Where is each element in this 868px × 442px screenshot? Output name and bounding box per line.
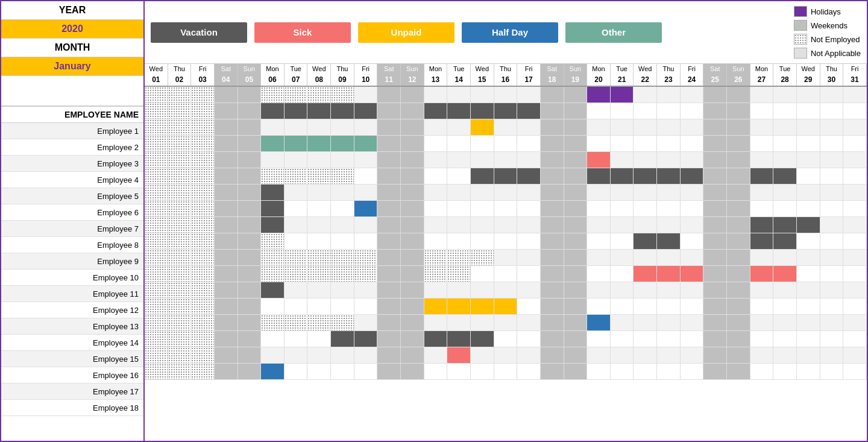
calendar-cell	[541, 185, 564, 200]
calendar-cell	[820, 347, 844, 363]
calendar-cell	[447, 298, 471, 314]
calendar-cell	[517, 168, 541, 184]
calendar-cell	[773, 331, 797, 347]
day-headers-row: WedThuFriSatSunMonTueWedThuFriSatSunMonT…	[145, 64, 867, 74]
employee-name-item: Employee 2	[1, 139, 143, 156]
calendar-cell	[401, 87, 424, 103]
calendar-row	[145, 136, 867, 152]
calendar-cell	[191, 233, 215, 249]
calendar-cell	[471, 364, 494, 379]
calendar-cell	[145, 119, 168, 135]
calendar-cell	[797, 201, 820, 216]
calendar-cell	[797, 282, 820, 298]
calendar-cell	[471, 331, 494, 347]
calendar-cell	[750, 364, 774, 379]
calendar-cell	[703, 233, 727, 249]
calendar-cell	[331, 315, 354, 330]
calendar-cell	[447, 315, 471, 330]
calendar-cell	[471, 298, 494, 314]
calendar-cell	[820, 103, 844, 119]
day-number: 20	[587, 74, 611, 86]
calendar-cell	[727, 103, 750, 119]
day-number: 24	[681, 74, 704, 86]
calendar-cell	[843, 185, 867, 200]
calendar-cell	[401, 347, 424, 363]
calendar-cell	[750, 168, 774, 184]
calendar-cell	[611, 347, 634, 363]
calendar-cell	[215, 364, 238, 379]
calendar-cell	[820, 136, 844, 151]
calendar-cell	[238, 136, 262, 151]
calendar-cell	[145, 347, 168, 363]
calendar-cell	[611, 298, 634, 314]
calendar-cell	[564, 315, 588, 330]
calendar-cell	[773, 282, 797, 298]
calendar-cell	[564, 233, 588, 249]
calendar-cell	[634, 250, 657, 265]
legend-items: VacationSickUnpaidHalf DayOther	[151, 22, 662, 43]
calendar-cell	[471, 201, 494, 216]
calendar-cell	[168, 152, 192, 168]
calendar-cell	[307, 315, 331, 330]
calendar-cell	[750, 347, 774, 363]
calendar-cell	[587, 152, 611, 168]
day-number: 08	[307, 74, 331, 86]
calendar-cell	[820, 315, 844, 330]
calendar-cell	[611, 282, 634, 298]
left-panel: YEAR 2020 MONTH January EMPLOYEE NAME Em…	[1, 1, 145, 441]
calendar-cell	[377, 201, 401, 216]
calendar-cell	[657, 217, 681, 233]
calendar-cell	[238, 250, 262, 265]
calendar-cell	[634, 217, 657, 233]
weekday-header: Sat	[703, 64, 727, 74]
calendar-cell	[703, 266, 727, 282]
weekday-header: Wed	[634, 64, 657, 74]
calendar-cell	[401, 201, 424, 216]
calendar-cell	[564, 103, 588, 119]
calendar-cell	[215, 103, 238, 119]
weekday-header: Sat	[215, 64, 238, 74]
calendar-cell	[285, 201, 308, 216]
weekday-header: Mon	[587, 64, 611, 74]
calendar-cell	[145, 168, 168, 184]
calendar-cell	[797, 136, 820, 151]
calendar-cell	[354, 364, 378, 379]
calendar-cell	[354, 347, 378, 363]
calendar-cell	[261, 298, 285, 314]
calendar-cell	[307, 347, 331, 363]
calendar-cell	[541, 201, 564, 216]
day-number: 28	[773, 74, 797, 86]
calendar-cell	[377, 87, 401, 103]
weekday-header: Mon	[261, 64, 285, 74]
calendar-cell	[611, 87, 634, 103]
calendar-cell	[681, 87, 704, 103]
calendar-cell	[517, 347, 541, 363]
day-number: 03	[191, 74, 215, 86]
calendar-cell	[634, 315, 657, 330]
calendar-cell	[681, 217, 704, 233]
calendar-cell	[331, 152, 354, 168]
calendar-cell	[447, 136, 471, 151]
calendar-cell	[634, 266, 657, 282]
calendar-cell	[541, 298, 564, 314]
calendar-cell	[494, 119, 518, 135]
calendar-cell	[331, 233, 354, 249]
calendar-cell	[843, 168, 867, 184]
calendar-cell	[541, 250, 564, 265]
calendar-cell	[634, 103, 657, 119]
calendar-cell	[843, 364, 867, 379]
calendar-cell	[307, 87, 331, 103]
calendar-cell	[401, 298, 424, 314]
calendar-cell	[773, 347, 797, 363]
calendar-cell	[541, 87, 564, 103]
calendar-cell	[681, 168, 704, 184]
calendar-cell	[727, 282, 750, 298]
calendar-cell	[820, 217, 844, 233]
calendar-cell	[331, 266, 354, 282]
calendar-cell	[681, 233, 704, 249]
calendar-cell	[215, 315, 238, 330]
calendar-cell	[168, 282, 192, 298]
calendar-cell	[681, 347, 704, 363]
calendar-cell	[634, 119, 657, 135]
calendar-cell	[564, 298, 588, 314]
